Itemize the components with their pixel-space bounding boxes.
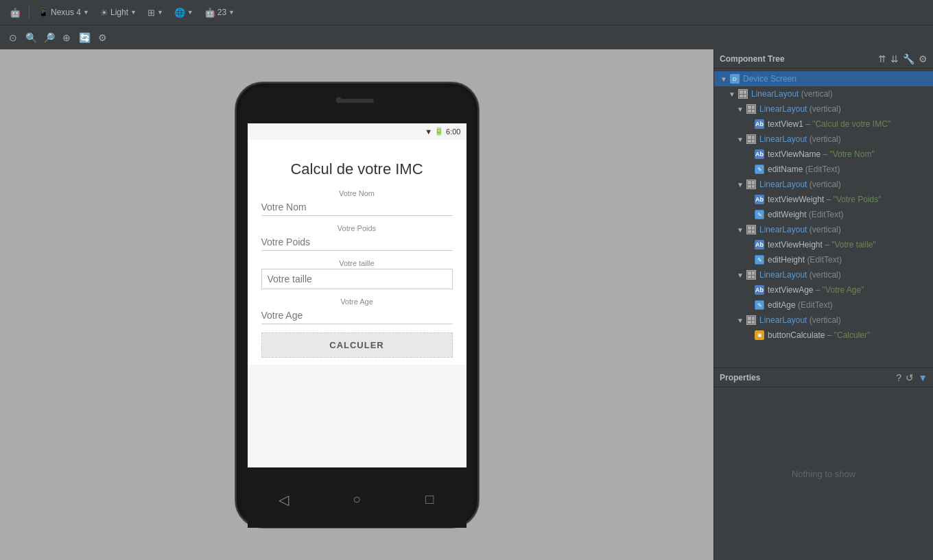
theme-selector[interactable]: ☀ Light ▼ [96,6,141,19]
input-weight[interactable] [261,234,453,251]
tree-node-tvweight[interactable]: Ab textViewWeight – "Votre Poids" [714,192,933,207]
editage-label: editAge (EditText) [768,300,833,310]
ll2-icon [746,104,757,114]
phone-speaker [340,99,374,103]
label-height: Votre taille [261,259,453,267]
component-tree-header: Component Tree ⇈ ⇊ 🔧 ⚙ [714,49,933,69]
arrow-ll4: ▼ [736,181,744,188]
settings-button[interactable]: ⚙ [95,30,110,45]
panel-header-icons: ⇈ ⇊ 🔧 ⚙ [878,53,928,64]
properties-body: Nothing to show [714,387,933,560]
ll5-icon [746,224,757,235]
refresh-button[interactable]: 🔄 [77,30,92,45]
status-time: 6:00 [446,127,460,136]
filter-icon[interactable]: 🔧 [903,53,914,64]
tree-node-device-screen[interactable]: ▼ D Device Screen [714,71,933,86]
tree-node-tvage[interactable]: Ab textViewAge – "Votre Age" [714,282,933,297]
tree-node-ll7[interactable]: ▼ LinearLayout (vertical) [714,313,933,328]
ll5-label: LinearLayout (vertical) [759,225,841,234]
tree-node-ll3[interactable]: ▼ LinearLayout (vertical) [714,132,933,147]
calculer-button[interactable]: CALCULER [261,332,453,358]
android-studio-logo[interactable]: 🤖 [5,6,25,19]
input-age[interactable] [261,307,453,324]
arrow-ll7: ▼ [736,317,744,324]
top-toolbar: 🤖 📱 Nexus 4 ▼ ☀ Light ▼ ⊞ ▼ 🌐 ▼ 🤖 23 ▼ [0,0,933,25]
arrow-ll6: ▼ [736,271,744,279]
device-selector[interactable]: 📱 Nexus 4 ▼ [34,6,93,19]
zoom-in-button[interactable]: 🔍 [23,30,38,45]
separator-1 [29,5,29,19]
nothing-to-show-text: Nothing to show [792,469,855,479]
expand-all-icon[interactable]: ⇊ [890,53,899,64]
status-bar: ▼ 🔋 6:00 [248,123,466,140]
api-selector[interactable]: 🤖 23 ▼ [200,6,239,19]
ll6-icon [746,269,757,280]
editage-icon: ✎ [754,300,765,311]
properties-filter-icon[interactable]: ▼ [918,372,928,383]
ll7-icon [746,315,757,326]
arrow-ll2: ▼ [736,106,744,113]
nav-bar: ◁ ○ □ [248,478,466,528]
properties-help-icon[interactable]: ? [896,372,901,383]
zoom-actual-button[interactable]: ⊕ [59,30,74,45]
input-height[interactable] [261,269,453,289]
arrow-device: ▼ [720,75,728,83]
home-button[interactable]: ○ [343,486,370,513]
api-label: 23 [217,8,226,17]
ll1-label: LinearLayout (vertical) [751,89,833,99]
tree-node-ll6[interactable]: ▼ LinearLayout (vertical) [714,267,933,282]
locale-chevron: ▼ [187,9,193,16]
label-name: Votre Nom [261,189,453,197]
android-icon: 🤖 [204,8,215,18]
ll4-icon [746,179,757,190]
ll6-label: LinearLayout (vertical) [759,270,841,280]
phone-screen: ▼ 🔋 6:00 Calcul de votre IMC Votre Nom V… [248,123,466,467]
layout-chevron: ▼ [157,9,163,16]
tree-node-ll1[interactable]: ▼ LinearLayout (vertical) [714,86,933,101]
label-age: Votre Age [261,297,453,306]
tree-node-ll2[interactable]: ▼ LinearLayout (vertical) [714,101,933,117]
back-button[interactable]: ◁ [270,486,298,513]
properties-undo-icon[interactable]: ↺ [906,372,914,383]
component-tree-body: ▼ D Device Screen ▼ LinearLayout (vertic… [714,69,933,367]
tvage-icon: Ab [754,284,765,295]
tree-node-ll4[interactable]: ▼ LinearLayout (vertical) [714,177,933,192]
tree-node-tv1[interactable]: Ab textView1 – "Calcul de votre IMC" [714,117,933,132]
tv1-icon: Ab [754,119,765,130]
theme-icon: ☀ [100,8,108,18]
device-chevron: ▼ [83,9,89,16]
tree-node-btncalc[interactable]: ▣ buttonCalculate – "Calculer" [714,328,933,343]
collapse-all-icon[interactable]: ⇈ [878,53,886,64]
tree-node-editweight[interactable]: ✎ editWeight (EditText) [714,207,933,222]
tree-node-tvname[interactable]: Ab textViewName – "Votre Nom" [714,147,933,162]
locale-selector[interactable]: 🌐 ▼ [170,6,198,19]
tvage-label: textViewAge – "Votre Age" [768,285,864,295]
tree-node-tvheight[interactable]: Ab textViewHeight – "Votre taille" [714,237,933,252]
editname-icon: ✎ [754,164,765,175]
tree-node-editname[interactable]: ✎ editName (EditText) [714,162,933,177]
label-weight: Votre Poids [261,224,453,232]
status-icons: ▼ 🔋 6:00 [425,127,460,136]
tv1-label: textView1 – "Calcul de votre IMC" [768,119,890,129]
as-icon: 🤖 [10,8,21,18]
properties-header-icons: ? ↺ ▼ [896,372,928,383]
tree-node-ll5[interactable]: ▼ LinearLayout (vertical) [714,222,933,237]
input-name[interactable] [261,199,453,216]
layout-selector[interactable]: ⊞ ▼ [143,6,167,19]
tvweight-icon: Ab [754,194,765,205]
ll4-label: LinearLayout (vertical) [759,180,841,189]
settings-tree-icon[interactable]: ⚙ [919,53,928,64]
properties-section: Properties ? ↺ ▼ Nothing to show [714,368,933,560]
device-icon: D [729,73,740,84]
phone-content: Calcul de votre IMC Votre Nom Votre Poid… [248,140,466,365]
device-screen-label: Device Screen [743,74,796,84]
tvname-label: textViewName – "Votre Nom" [768,149,875,159]
recents-button[interactable]: □ [416,486,443,513]
phone-icon: 📱 [38,8,49,18]
tree-node-editheight[interactable]: ✎ editHeight (EditText) [714,252,933,267]
zoom-to-fit-button[interactable]: ⊙ [5,30,21,45]
editweight-label: editWeight (EditText) [768,210,844,219]
theme-label: Light [110,8,128,17]
zoom-out-button[interactable]: 🔎 [41,30,56,45]
tree-node-editage[interactable]: ✎ editAge (EditText) [714,297,933,313]
